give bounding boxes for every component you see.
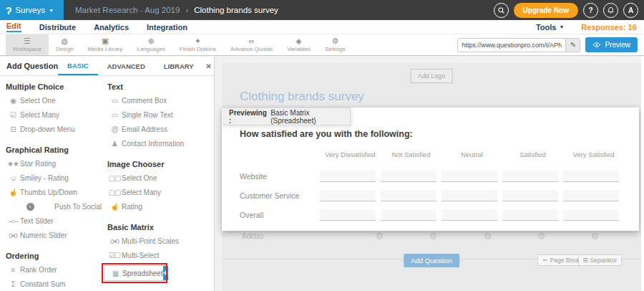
question-type-select-one[interactable]: ▢▢Select One (102, 171, 214, 185)
nav-tab-distribute[interactable]: Distribute (39, 23, 76, 32)
question-type-label: Text Slider (20, 217, 54, 225)
nav-tab-edit[interactable]: Edit (6, 22, 21, 32)
question-type-email-address[interactable]: @Email Address (102, 122, 214, 136)
question-type-push-to-social[interactable]: ‹Push To Social (0, 199, 102, 214)
section-title: Graphical Rating (6, 146, 102, 154)
section-title: Text (107, 82, 214, 91)
question-type-select-one[interactable]: ◉Select One (0, 93, 102, 108)
question-type-select-many[interactable]: ▢▢Select Many (102, 185, 214, 199)
matrix-column-headers: Very DissatisfiedNot SatisfiedNeutralSat… (240, 151, 624, 158)
toolbar-label: Variables (287, 46, 311, 52)
matrix-column-header: Satisfied (502, 151, 563, 158)
toolbar-design[interactable]: ◍Design (49, 34, 81, 55)
add-question-button[interactable]: Add Question (404, 254, 459, 267)
matrix-cell-input[interactable] (502, 209, 558, 221)
question-type-drop-down-menu[interactable]: ⊟Drop-down Menu (0, 122, 102, 136)
separator-button[interactable]: ⊞Separator (578, 254, 622, 266)
matrix-cell-input[interactable] (381, 190, 436, 201)
matrix-cell-input[interactable] (563, 209, 619, 221)
matrix-cell-input[interactable] (563, 190, 619, 201)
close-panel-button[interactable]: ✕ (203, 57, 214, 75)
matrix-row-label: Customer Service (240, 191, 320, 200)
matrix-cell-input[interactable] (441, 190, 497, 201)
edit-url-button[interactable]: ✎ (565, 38, 580, 52)
section-image-chooser: Image Chooser▢▢Select One▢▢Select Many☝R… (102, 160, 214, 214)
radio-button[interactable] (376, 233, 383, 239)
radio-button[interactable] (430, 233, 436, 239)
panel-tab-basic[interactable]: BASIC (58, 57, 98, 75)
breadcrumb-folder[interactable]: Market Research - Aug 2019 (75, 6, 180, 14)
help-button[interactable]: ? (583, 3, 598, 18)
matrix-cell-input[interactable] (381, 209, 436, 221)
question-type-single-row-text[interactable]: ▭Single Row Text (102, 108, 214, 122)
toolbar-languages[interactable]: ⊕Languages (130, 34, 172, 55)
notifications-button[interactable] (603, 3, 618, 18)
add-question-panel: Add Question BASICADVANCEDLIBRARY ✕ Mult… (0, 57, 215, 291)
question-type-constant-sum[interactable]: ΣConstant Sum (0, 277, 102, 291)
question-type-rating[interactable]: ☝Rating (102, 199, 214, 214)
question-type-label: Thumbs Up/Down (20, 189, 77, 196)
product-name: Surveys (15, 6, 45, 14)
nav-tab-analytics[interactable]: Analytics (94, 23, 129, 32)
question-type-thumbs-up-down[interactable]: ☝Thumbs Up/Down (0, 185, 102, 199)
survey-url-input[interactable] (458, 42, 565, 49)
design-palette-icon: ◍ (62, 37, 69, 45)
section-title: Ordering (6, 252, 102, 260)
question-type-smiley-rating[interactable]: ☺Smiley - Rating (0, 171, 102, 185)
survey-title[interactable]: Clothing brands survey (240, 90, 364, 104)
toolbar-settings[interactable]: ⚙Settings (318, 34, 353, 55)
matrix-cell-input[interactable] (502, 190, 558, 201)
matrix-cell-input[interactable] (563, 171, 619, 182)
toolbar-variables[interactable]: ◈Variables (280, 34, 318, 55)
rank-order-icon: ≡ (6, 266, 20, 274)
toolbar-finish-options[interactable]: ✦Finish Options (172, 34, 223, 55)
toolbar-label: Advance Quotas (230, 46, 273, 52)
add-logo-button[interactable]: Add Logo (411, 69, 453, 83)
tools-menu[interactable]: Tools▼ (536, 23, 564, 32)
question-type-rank-order[interactable]: ≡Rank Order (0, 262, 102, 277)
languages-icon: ⊕ (147, 37, 154, 45)
radio-button[interactable] (592, 233, 598, 239)
toolbar-items: ☰Workspace◍Design▣Media Library⊕Language… (0, 34, 353, 55)
question-type-spreadsheet[interactable]: ▦Spreadsheet+ (104, 265, 165, 281)
matrix-cell-input[interactable] (441, 171, 497, 182)
avatar[interactable]: A (623, 3, 638, 18)
question-type-text-slider[interactable]: –○–Text Slider (0, 214, 102, 228)
question-type-label: Star Rating (20, 160, 56, 168)
radio-button[interactable] (484, 233, 491, 239)
matrix-cell-input[interactable] (320, 171, 376, 182)
section-title: Basic Matrix (107, 223, 214, 232)
spreadsheet-add-button[interactable]: + (163, 266, 168, 280)
question-type-label: Rank Order (20, 266, 57, 274)
question-title: How satisfied are you with the following… (240, 129, 413, 139)
matrix-cell-input[interactable] (381, 171, 436, 182)
matrix-cell-input[interactable] (320, 209, 376, 221)
toolbar-advance-quotas[interactable]: ∞Advance Quotas (223, 34, 280, 55)
toolbar-workspace[interactable]: ☰Workspace (6, 34, 49, 55)
radio-button[interactable] (538, 233, 545, 239)
search-button[interactable] (494, 3, 509, 18)
toolbar-media-library[interactable]: ▣Media Library (81, 34, 130, 55)
question-type-numeric-slider[interactable]: o▪oNumeric Slider (0, 228, 102, 242)
preview-button[interactable]: Preview (585, 37, 638, 52)
question-type-select-many[interactable]: ☑Select Many (0, 108, 102, 122)
panel-tab-advanced[interactable]: ADVANCED (98, 57, 155, 75)
smiley-rating-icon: ☺ (6, 174, 20, 182)
question-type-contact-information[interactable]: ♟Contact Information (102, 136, 214, 151)
panel-tab-library[interactable]: LIBRARY (155, 57, 203, 75)
question-type-label: Push To Social (54, 203, 102, 211)
survey-page: Add Logo Clothing brands survey Adidas A… (222, 63, 641, 291)
select-one-radio-icon: ◉ (6, 97, 20, 105)
matrix-cell-input[interactable] (502, 171, 558, 182)
responses-link[interactable]: Responses: 16 (581, 23, 637, 32)
matrix-cell-input[interactable] (441, 209, 497, 221)
matrix-cell-input[interactable] (320, 190, 376, 201)
question-type-star-rating[interactable]: ★★Star Rating (0, 156, 102, 171)
nav-tab-integration[interactable]: Integration (147, 23, 187, 32)
question-type-multi-point-scales[interactable]: o▪oMulti-Point Scales (102, 234, 214, 248)
main-nav: EditDistributeAnalyticsIntegration Tools… (0, 20, 644, 34)
surveys-menu[interactable]: ʔ Surveys ▼ (0, 0, 64, 20)
question-type-multi-select[interactable]: ☑☐Multi-Select (102, 248, 214, 262)
upgrade-now-button[interactable]: Upgrade Now (514, 3, 578, 18)
question-type-comment-box[interactable]: ▭Comment Box (102, 93, 214, 108)
